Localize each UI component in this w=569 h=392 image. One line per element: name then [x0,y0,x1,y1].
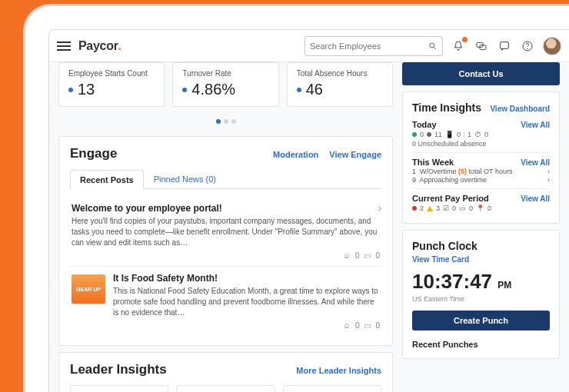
stats-row: Employee Starts Count 13 Turnover Rate 4… [58,62,393,107]
viewport: Paycor. [48,29,569,392]
search-icon [428,42,438,51]
tab-pinned-news[interactable]: Pinned News (0) [144,169,226,188]
stat-value: 4.86% [191,81,235,98]
engage-tabs: Recent Posts Pinned News (0) [70,169,381,189]
tab-recent-posts[interactable]: Recent Posts [70,170,144,189]
warning-icon [427,206,433,211]
stats-pager[interactable] [58,107,393,130]
tablet-bezel: Paycor. [23,4,569,392]
insight-promotions[interactable]: Promotions 20% % of team who received pr… [70,385,168,392]
menu-button[interactable] [57,39,71,53]
this-week-label: This Week [412,158,454,167]
feedback-icon[interactable] [497,38,512,54]
search-input[interactable] [310,42,428,51]
stat-card-employee-starts[interactable]: Employee Starts Count 13 [58,62,165,107]
punch-clock-panel: Punch Clock View Time Card 10:37:47 PM U… [402,230,560,359]
approaching-overtime-line[interactable]: 9 Approaching overtime › [412,176,550,184]
post-item[interactable]: GEAR UP It Is Food Safety Month! This is… [70,266,381,336]
search-box[interactable] [304,36,443,56]
dot-icon [68,88,73,92]
create-punch-button[interactable]: Create Punch [412,311,550,331]
app-frame-background: Paycor. [0,0,569,392]
more-leader-insights-link[interactable]: More Leader Insights [296,366,381,375]
main-column: Employee Starts Count 13 Turnover Rate 4… [58,62,393,392]
brand-logo: Paycor. [78,39,121,53]
svg-point-6 [527,48,528,49]
view-all-period-link[interactable]: View All [521,194,550,203]
svg-rect-4 [501,42,509,48]
chevron-right-icon: › [378,203,381,214]
messages-icon[interactable] [474,38,489,54]
user-avatar[interactable] [543,37,561,55]
leader-title: Leader Insights [70,362,167,377]
stat-value: 46 [306,81,323,98]
brand-name: Paycor [78,39,118,52]
recent-punches-header: Recent Punches [412,340,550,349]
chevron-right-icon: › [547,176,550,184]
comment-icon[interactable]: ▭ [364,251,371,260]
post-thumbnail: GEAR UP [72,274,105,304]
svg-line-1 [434,47,437,49]
engage-panel: Engage Moderation View Engage Recent Pos… [58,136,393,346]
post-title: Welcome to your employee portal! [72,203,380,214]
moderation-link[interactable]: Moderation [273,150,318,159]
time-insights-title: Time Insights [412,101,481,114]
timezone-label: US Eastern Time [412,295,550,303]
leader-insights-panel: Leader Insights More Leader Insights Pro… [58,352,393,392]
stat-value: 13 [78,81,95,98]
view-all-week-link[interactable]: View All [521,158,550,167]
react-count: 0 [355,251,360,260]
contact-us-button[interactable]: Contact Us [402,62,560,85]
comment-icon[interactable]: ▭ [364,321,371,330]
post-item[interactable]: Welcome to your employee portal! Here yo… [70,197,381,266]
pay-period-label: Current Pay Period [412,194,489,203]
punch-clock-title: Punch Clock [412,240,550,252]
stat-label: Employee Starts Count [68,69,155,78]
overtime-line[interactable]: 1 W/Overtime (5) total OT hours › [412,168,550,175]
top-bar: Paycor. [49,30,569,62]
comment-count: 0 [375,251,380,260]
clock-display: 10:37:47 PM [412,270,550,294]
stat-label: Turnover Rate [182,69,268,78]
view-time-card-link[interactable]: View Time Card [412,255,550,264]
today-counts: 0 11 📱0 1 ⏱0 [412,131,550,138]
post-body: Here you'll find copies of your paystubs… [72,216,380,248]
react-count: 0 [355,321,360,330]
today-label: Today [412,120,437,129]
notifications-icon[interactable] [451,38,466,54]
stat-card-turnover[interactable]: Turnover Rate 4.86% [172,62,278,107]
react-icon[interactable]: ☺ [343,251,351,260]
stat-card-absence[interactable]: Total Absence Hours 46 [287,62,393,107]
react-icon[interactable]: ☺ [343,321,351,330]
chevron-right-icon: › [547,168,550,175]
content-area: Employee Starts Count 13 Turnover Rate 4… [49,62,569,392]
view-all-today-link[interactable]: View All [521,121,550,129]
side-column: Contact Us Time Insights View Dashboard … [402,62,560,392]
stat-label: Total Absence Hours [297,69,383,78]
unscheduled-absence: 0 Unscheduled absence [412,140,550,148]
svg-point-0 [430,43,434,48]
help-icon[interactable] [520,38,535,54]
time-insights-panel: Time Insights View Dashboard Today View … [402,91,560,224]
insight-payrate[interactable]: Pay Rate Changes 20.54% Average % of Pay… [283,385,381,392]
post-title: It Is Food Safety Month! [113,273,380,284]
dot-icon [182,88,187,92]
view-engage-link[interactable]: View Engage [329,150,381,159]
post-body: This is National Food Safety Education M… [113,286,380,318]
engage-title: Engage [70,146,117,161]
insight-recognitions[interactable]: Recognitions 0% % of team who received r… [176,385,275,392]
view-dashboard-link[interactable]: View Dashboard [490,105,550,113]
dot-icon [297,88,301,92]
comment-count: 0 [375,321,380,330]
period-counts: 2 3 ☑0 ▭0 📍0 [412,204,550,212]
notification-badge [462,37,468,42]
